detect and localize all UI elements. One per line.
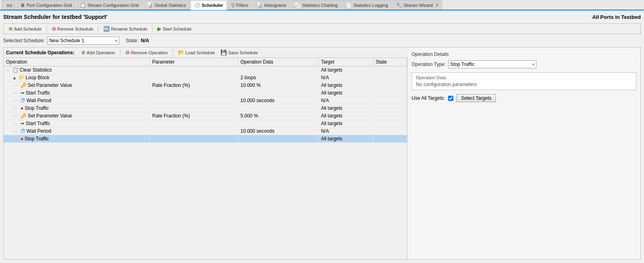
select-targets-label: Select Targets <box>461 95 491 101</box>
row-icon-8: ➡ <box>20 121 24 126</box>
tab-histograms[interactable]: 📊Histograms <box>253 0 290 10</box>
tab-ics[interactable]: ics <box>2 0 16 10</box>
op-label-1: Clear Statistics <box>20 67 52 73</box>
cell-target-9: N/A <box>318 127 373 135</box>
expand-loop-icon[interactable]: ▲ <box>12 76 18 80</box>
cell-target-7: All targets <box>318 112 373 120</box>
table-row[interactable]: ─⏱Wait Period10.000 secondsN/A <box>4 127 407 135</box>
cell-state-7 <box>373 112 407 120</box>
add-schedule-button[interactable]: ⊕ Add Schedule <box>6 25 44 33</box>
table-row[interactable]: ─🔑Set Parameter ValueRate Fraction (%)5.… <box>4 112 407 120</box>
sep1 <box>47 25 47 33</box>
table-row[interactable]: ─📋Clear StatisticsAll targets <box>4 66 407 74</box>
stats-charting-tab-label: Statistics Charting <box>302 3 338 8</box>
cell-state-2 <box>373 74 407 82</box>
remove-op-icon: ⊖ <box>125 49 130 55</box>
op-label-8: Start Traffic <box>26 121 50 126</box>
table-row[interactable]: ▲ 📁Loop Block2 loopsN/A <box>4 74 407 82</box>
cell-data-10 <box>238 135 318 143</box>
cell-target-6: All targets <box>318 105 373 112</box>
row-icon-10: ● <box>20 136 23 142</box>
cell-data-2: 2 loops <box>238 74 318 82</box>
tab-port-config[interactable]: 🖥Port Configuration Grid <box>16 0 75 10</box>
details-title: Operation Details <box>412 51 636 57</box>
op-data-group: Operation Data No configuration paramete… <box>412 72 636 90</box>
schedule-toolbar: ⊕ Add Schedule ⊖ Remove Schedule 🔤 Renam… <box>3 23 641 34</box>
table-row[interactable]: ─➡Start TrafficAll targets <box>4 89 407 97</box>
cell-state-9 <box>373 127 407 135</box>
targets-row: Use All Targets: Select Targets <box>412 94 636 102</box>
cell-data-9: 10.000 seconds <box>238 127 318 135</box>
remove-schedule-button[interactable]: ⊖ Remove Schedule <box>49 25 96 33</box>
all-ports-label: All Ports in Testbed <box>592 14 641 20</box>
select-targets-button[interactable]: Select Targets <box>457 94 496 102</box>
save-schedule-button[interactable]: 💾 Save Schedule <box>218 49 260 56</box>
rename-schedule-button[interactable]: 🔤 Rename Schedule <box>101 25 150 33</box>
table-row[interactable]: ─●Stop TrafficAll targets <box>4 105 407 112</box>
schedule-dropdown[interactable]: New Schedule 1 <box>47 37 119 45</box>
tab-stats-logging[interactable]: 📄Statistics Logging <box>342 0 391 10</box>
save-icon: 💾 <box>220 49 227 55</box>
filters-tab-icon: ▽ <box>231 2 235 8</box>
bottom-panel: Current Schedule Operations: ⊕ Add Opera… <box>3 47 641 260</box>
table-row[interactable]: ─➡Start TrafficAll targets <box>4 120 407 127</box>
cell-data-6 <box>238 105 318 112</box>
stream-wizard-tab-label: Stream Wizard <box>404 3 433 8</box>
schedule-dropdown-wrapper: New Schedule 1 <box>47 37 119 45</box>
cell-param-4 <box>149 89 238 97</box>
cell-operation-7: ─🔑Set Parameter Value <box>4 112 149 120</box>
load-schedule-button[interactable]: 📂 Load Schedule <box>175 49 217 56</box>
tab-filters[interactable]: ▽Filters <box>228 0 252 10</box>
remove-operation-button[interactable]: ⊖ Remove Operation <box>123 49 170 56</box>
port-config-tab-icon: 🖥 <box>20 2 25 8</box>
ops-toolbar: Current Schedule Operations: ⊕ Add Opera… <box>4 47 408 58</box>
cell-state-5 <box>373 97 407 105</box>
table-row[interactable]: ─🔑Set Parameter ValueRate Fraction (%)10… <box>4 82 407 89</box>
op-label-3: Set Parameter Value <box>28 82 72 88</box>
schedule-selection-row: Selected Schedule: New Schedule 1 State:… <box>3 37 641 45</box>
row-icon-5: ⏱ <box>20 98 25 103</box>
op-label-2: Loop Block <box>26 75 49 80</box>
start-schedule-button[interactable]: ▶ Start Schedule <box>155 25 194 33</box>
cell-operation-2: ▲ 📁Loop Block <box>4 74 149 82</box>
use-all-targets-checkbox[interactable] <box>448 96 453 101</box>
cell-state-4 <box>373 89 407 97</box>
cell-operation-3: ─🔑Set Parameter Value <box>4 82 149 89</box>
ops-tbody: ─📋Clear StatisticsAll targets▲ 📁Loop Blo… <box>4 66 407 143</box>
op-label-9: Wait Period <box>26 128 51 134</box>
close-tab-icon[interactable]: ✕ <box>435 3 438 7</box>
cell-operation-4: ─➡Start Traffic <box>4 89 149 97</box>
tab-scheduler[interactable]: 🕐Scheduler <box>191 0 227 10</box>
op-type-dropdown[interactable]: Stop Traffic Start Traffic Clear Statist… <box>448 60 536 68</box>
cell-param-5 <box>149 97 238 105</box>
ics-tab-label: ics <box>7 3 12 8</box>
cell-param-3: Rate Fraction (%) <box>149 82 238 89</box>
scheduler-header: Stream Scheduler for testbed 'Support' A… <box>3 14 641 20</box>
table-row[interactable]: ─●Stop TrafficAll targets <box>4 135 407 143</box>
tab-stream-config[interactable]: 📋Stream Configuration Grid <box>76 0 143 10</box>
op-label-7: Set Parameter Value <box>28 113 72 119</box>
add-operation-button[interactable]: ⊕ Add Operation <box>79 49 118 56</box>
cell-operation-6: ─●Stop Traffic <box>4 105 149 112</box>
tree-line: ─ <box>14 114 20 118</box>
cell-param-7: Rate Fraction (%) <box>149 112 238 120</box>
scheduler-title: Stream Scheduler for testbed 'Support' <box>3 14 107 20</box>
add-op-icon: ⊕ <box>81 49 86 55</box>
cell-data-5: 10.000 seconds <box>238 97 318 105</box>
table-row[interactable]: ─⏱Wait Period10.000 secondsN/A <box>4 97 407 105</box>
tab-stream-wizard[interactable]: 🔧Stream Wizard✕ <box>392 0 442 10</box>
cell-state-8 <box>373 120 407 127</box>
op-label-4: Start Traffic <box>26 90 50 96</box>
tab-global-stats[interactable]: 📊Global Statistics <box>143 0 190 10</box>
cell-state-6 <box>373 105 407 112</box>
cell-data-7: 5.000 % <box>238 112 318 120</box>
row-icon-3: 🔑 <box>20 82 26 88</box>
scheduler-tab-icon: 🕐 <box>194 2 200 8</box>
scheduler-tab-label: Scheduler <box>202 3 223 8</box>
op-type-wrapper: Stop Traffic Start Traffic Clear Statist… <box>448 60 536 68</box>
tree-line: ─ <box>14 83 20 88</box>
tab-stats-charting[interactable]: 📈Statistics Charting <box>291 0 341 10</box>
operations-table: Operation Parameter Operation Data Targe… <box>4 58 407 143</box>
col-operation: Operation <box>4 58 149 66</box>
cell-operation-5: ─⏱Wait Period <box>4 97 149 105</box>
